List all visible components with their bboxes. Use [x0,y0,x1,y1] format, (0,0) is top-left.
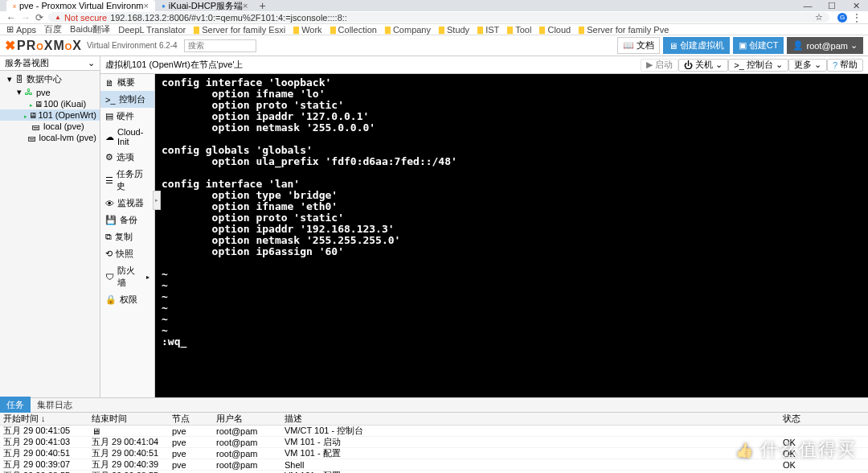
menu-summary[interactable]: 🗎概要 [100,74,154,91]
col-endtime[interactable]: 结束时间 [88,413,169,425]
tree-storage-local[interactable]: 🖴local (pve) [0,121,100,132]
folder-icon: ▇ [539,26,545,34]
help-button[interactable]: ?帮助 [827,59,863,72]
task-row[interactable]: 五月 29 00:41:05🖥pveroot@pamVM/CT 101 - 控制… [0,426,868,437]
user-button[interactable]: 👤root@pam ⌄ [787,37,863,54]
bookmark-folder[interactable]: ▇Company [385,25,431,35]
task-row[interactable]: 五月 29 00:40:51五月 29 00:40:51pveroot@pamV… [0,448,868,459]
chevron-down-icon: ⌄ [715,60,723,70]
task-table-header: 开始时间 ↓ 结束时间 节点 用户名 描述 状态 [0,413,868,426]
forward-button[interactable]: → [21,12,31,23]
browser-tabs: x pve - Proxmox Virtual Environm × ● iKu… [0,0,868,11]
col-node[interactable]: 节点 [169,413,213,425]
bookmark-folder[interactable]: ▇Cloud [539,25,571,35]
tree-vm-100[interactable]: 🖥100 (iKuai) [0,98,100,109]
avatar[interactable]: G [837,13,847,23]
close-button[interactable]: ✕ [844,1,868,11]
col-user[interactable]: 用户名 [213,413,281,425]
tree-vm-101[interactable]: 🖥101 (OpenWrt) [0,109,100,121]
menu-monitor[interactable]: 👁监视器 [100,195,154,212]
note-icon: 🗎 [105,78,114,88]
proxmox-logo[interactable]: ✖ PROXMOX [5,38,82,53]
tab-clusterlog[interactable]: 集群日志 [31,397,79,413]
copy-icon: ⧉ [105,232,112,242]
tab-favicon: ● [162,2,166,10]
task-row[interactable]: 五月 29 00:39:07五月 29 00:40:39pveroot@pamS… [0,459,868,471]
logo-icon: ✖ [5,38,15,53]
create-vm-button[interactable]: 🖥创建虚拟机 [663,37,730,54]
play-icon: ▶ [646,60,653,70]
tab-tasks[interactable]: 任务 [0,397,31,413]
tree-node-pve[interactable]: ▾🖧pve [0,86,100,98]
bookmark-folder[interactable]: ▇Study [439,25,469,35]
chip-icon: ▤ [105,111,113,121]
tree-datacenter[interactable]: ▾🗄数据中心 [0,72,100,86]
menu-icon[interactable]: ⋮ [852,12,862,23]
menu-cloudinit[interactable]: ☁Cloud-Init [100,125,154,149]
disk-icon: 🖴 [28,134,37,142]
bookmark-item[interactable]: 百度 [44,23,62,35]
close-icon[interactable]: × [143,1,148,10]
task-row[interactable]: 五月 29 00:41:03五月 29 00:41:04pveroot@pamV… [0,437,868,448]
warning-icon: ▲ [55,14,61,21]
col-starttime[interactable]: 开始时间 ↓ [0,413,88,425]
apps-button[interactable]: ⊞Apps [6,24,36,35]
close-icon[interactable]: × [243,1,248,10]
folder-icon: ▇ [194,26,199,34]
folder-icon: ▇ [579,26,584,34]
terminal-icon: >_ [734,60,744,70]
create-ct-button[interactable]: ▣创建CT [733,37,784,54]
col-desc[interactable]: 描述 [281,413,780,425]
cloud-icon: ☁ [105,132,114,142]
minimize-button[interactable]: — [796,1,820,11]
chevron-down-icon: ⌄ [776,60,783,70]
reload-button[interactable]: ⟳ [35,12,43,23]
folder-icon: ▇ [439,26,444,34]
monitor-icon: 🖥 [31,100,41,109]
browser-tab-1[interactable]: x pve - Proxmox Virtual Environm × [6,0,155,11]
maximize-button[interactable]: ☐ [820,1,844,11]
chevron-down-icon: ⌄ [88,58,95,68]
menu-console[interactable]: >_控制台 [100,91,154,108]
new-tab-button[interactable]: + [254,0,270,11]
menu-hardware[interactable]: ▤硬件 [100,108,154,125]
power-icon: ⏻ [684,60,693,70]
search-input[interactable] [184,39,256,52]
back-button[interactable]: ← [6,12,16,23]
console-button[interactable]: >_控制台 ⌄ [728,59,788,72]
menu-permissions[interactable]: 🔒权限 [100,291,154,308]
menu-taskhistory[interactable]: ☰任务历史 [100,166,154,195]
gear-icon: ⚙ [105,152,113,162]
menu-firewall[interactable]: 🛡防火墙▸ [100,262,154,291]
bookmark-folder[interactable]: ▇Work [293,25,321,35]
tree-header[interactable]: 服务器视图 ⌄ [0,56,100,71]
bookmark-folder[interactable]: ▇Tool [507,25,531,35]
menu-snapshot[interactable]: ⟲快照 [100,245,154,262]
menu-backup[interactable]: 💾备份 [100,212,154,228]
bookmark-folder[interactable]: ▇IST [477,25,499,35]
start-button[interactable]: ▶启动 [641,59,678,72]
menu-options[interactable]: ⚙选项 [100,149,154,166]
col-status[interactable]: 状态 [780,413,868,425]
star-icon[interactable]: ☆ [815,12,823,23]
shutdown-button[interactable]: ⏻关机 ⌄ [678,59,728,72]
tab-favicon: x [13,2,16,10]
bookmark-item[interactable]: Baidu翻译 [70,23,110,35]
monitor-icon: 🖥 [669,41,678,51]
bookmark-folder[interactable]: ▇Server for family Pve [579,25,669,35]
bookmark-folder[interactable]: ▇Collection [330,25,377,35]
bookmark-item[interactable]: DeepL Translator [118,25,186,35]
bookmark-folder[interactable]: ▇Server for family Esxi [194,25,285,35]
menu-replication[interactable]: ⧉复制 [100,228,154,245]
menu-collapse-toggle[interactable]: ▸ [153,191,161,210]
url-bar[interactable]: ▲ Not secure 192.168.123.2:8006/#v1:0:=q… [48,12,829,23]
folder-icon: ▇ [330,26,336,34]
docs-button[interactable]: 📖文档 [617,37,660,54]
save-icon: 💾 [105,215,117,225]
apps-icon: ⊞ [6,24,14,35]
chevron-down-icon: ⌄ [814,60,821,70]
browser-tab-2[interactable]: ● iKuai-DHCP服务端 × [155,0,255,11]
more-button[interactable]: 更多 ⌄ [788,59,827,72]
vm-console[interactable]: config interface 'loopback' option ifnam… [155,74,868,397]
tree-storage-locallvm[interactable]: 🖴local-lvm (pve) [0,132,100,143]
